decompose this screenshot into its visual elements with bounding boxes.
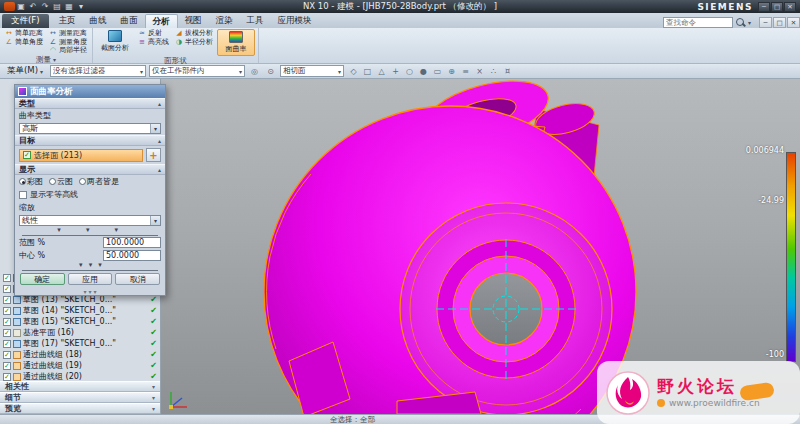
feature-checkbox[interactable]: ✓: [3, 318, 11, 326]
simple-angle-button[interactable]: ∠ 简单角度: [3, 38, 45, 47]
panel-details[interactable]: 细节▾: [0, 392, 160, 403]
ok-button[interactable]: 确定: [20, 273, 65, 285]
tab-view[interactable]: 视图: [178, 14, 209, 28]
slider-thumb-icon[interactable]: ▾: [114, 226, 118, 235]
feature-checkbox[interactable]: ✓: [3, 274, 11, 282]
slider-thumb-icon[interactable]: ▾: [57, 226, 61, 235]
dialog-resize-grip[interactable]: ▾ ▾ ▾: [15, 287, 165, 295]
curvature-type-dropdown[interactable]: 高斯 ▾: [19, 123, 161, 134]
slider-thumb-icon[interactable]: ▾: [98, 261, 102, 270]
section-display[interactable]: 显示 ▴: [15, 164, 165, 175]
feature-checkbox[interactable]: ✓: [3, 329, 11, 337]
draft-analysis-button[interactable]: ◢ 拔模分析: [173, 29, 215, 38]
dialog-title-bar[interactable]: 面曲率分析: [15, 85, 165, 98]
menu-button[interactable]: 菜单(M) ▾: [3, 65, 47, 78]
add-face-button[interactable]: +: [146, 148, 161, 162]
selection-bar-icon[interactable]: ×: [473, 65, 486, 77]
tree-row-sketch-14[interactable]: ✓草图 (14) "SKETCH_0..."✔: [0, 305, 160, 316]
panel-dependencies[interactable]: 相关性▾: [0, 381, 160, 392]
selection-bar-icon[interactable]: +: [389, 65, 402, 77]
find-command-input[interactable]: [663, 17, 733, 28]
save-icon[interactable]: ▣: [15, 1, 27, 12]
selection-scope-dropdown[interactable]: 仅在工作部件内 ▾: [149, 65, 245, 77]
feature-checkbox[interactable]: ✓: [3, 307, 11, 315]
tree-row-datum-plane-16[interactable]: ✓基准平面 (16)✔: [0, 327, 160, 338]
panel-preview[interactable]: 预览▾: [0, 403, 160, 414]
center-input[interactable]: [103, 250, 161, 261]
tree-row-through-curves-19[interactable]: ✓通过曲线组 (19)✔: [0, 360, 160, 371]
tab-tools[interactable]: 工具: [240, 14, 271, 28]
selection-bar-icon[interactable]: ○: [403, 65, 416, 77]
doc-minimize-button[interactable]: ─: [759, 17, 772, 28]
radio-both[interactable]: 两者皆是: [79, 176, 119, 187]
selection-filter-dropdown[interactable]: 没有选择过滤器 ▾: [50, 65, 146, 77]
face-rule-dropdown[interactable]: 相切面 ▾: [280, 65, 344, 77]
view-triad-icon[interactable]: [166, 386, 192, 412]
measure-distance-button[interactable]: ↔ 测量距离: [47, 29, 89, 38]
feature-checkbox[interactable]: ✓: [3, 351, 11, 359]
range-input[interactable]: [103, 237, 161, 248]
radio-color-map[interactable]: 彩图: [19, 176, 43, 187]
measure-angle-button[interactable]: ∠ 测量角度: [47, 38, 89, 47]
reflection-button[interactable]: ≈ 反射: [136, 29, 171, 38]
tab-file[interactable]: 文件(F): [2, 14, 49, 28]
radio-cloud-map[interactable]: 云图: [49, 176, 73, 187]
selection-bar-icon[interactable]: ◎: [248, 65, 261, 77]
tab-home[interactable]: 主页: [52, 14, 83, 28]
close-button[interactable]: ✕: [784, 2, 796, 12]
center-slider[interactable]: ▾ ▾ ▾: [22, 262, 158, 271]
simple-distance-button[interactable]: ↔ 简单距离: [3, 29, 45, 38]
selection-bar-icon[interactable]: ⊙: [264, 65, 277, 77]
tree-row-sketch-15[interactable]: ✓草图 (15) "SKETCH_0..."✔: [0, 316, 160, 327]
feature-checkbox[interactable]: ✓: [3, 373, 11, 381]
selection-bar-icon[interactable]: ▭: [431, 65, 444, 77]
selection-bar-icon[interactable]: ≡: [459, 65, 472, 77]
tab-application[interactable]: 应用模块: [271, 14, 319, 28]
window-menu-icon[interactable]: ▦: [63, 1, 75, 12]
highlight-lines-button[interactable]: ≡ 高亮线: [136, 38, 171, 47]
tab-surface[interactable]: 曲面: [114, 14, 145, 28]
section-type[interactable]: 类型 ▴: [15, 98, 165, 109]
section-target[interactable]: 目标 ▴: [15, 135, 165, 146]
selection-bar-icon[interactable]: △: [375, 65, 388, 77]
range-slider[interactable]: ▾ ▾ ▾: [22, 227, 158, 236]
selection-bar-icon[interactable]: ●: [417, 65, 430, 77]
slider-thumb-icon[interactable]: ▾: [79, 261, 83, 270]
quick-access-dropdown-icon[interactable]: ▾: [75, 1, 87, 12]
select-face-field[interactable]: ✓ 选择面 (213): [19, 149, 143, 162]
tree-row-through-curves-18[interactable]: ✓通过曲线组 (18)✔: [0, 349, 160, 360]
print-icon[interactable]: ▤: [51, 1, 63, 12]
doc-close-button[interactable]: ✕: [787, 17, 800, 28]
selection-bar-icon[interactable]: ¤: [501, 65, 514, 77]
search-icon[interactable]: [735, 17, 746, 28]
feature-checkbox[interactable]: ✓: [3, 362, 11, 370]
selection-bar-icon[interactable]: ∴: [487, 65, 500, 77]
feature-checkbox[interactable]: ✓: [3, 296, 11, 304]
find-dropdown-icon[interactable]: ▾: [748, 19, 751, 26]
tree-row-sketch-17[interactable]: ✓草图 (17) "SKETCH_0..."✔: [0, 338, 160, 349]
doc-restore-button[interactable]: □: [773, 17, 786, 28]
face-curvature-button[interactable]: 面曲率: [217, 29, 255, 56]
radius-analysis-button[interactable]: ◑ 半径分析: [173, 38, 215, 47]
local-radius-button[interactable]: ◠ 局部半径: [47, 46, 89, 55]
selection-bar-icon[interactable]: ⊕: [445, 65, 458, 77]
tab-curve[interactable]: 曲线: [83, 14, 114, 28]
minimize-button[interactable]: ─: [758, 2, 770, 12]
selection-bar-icon[interactable]: □: [361, 65, 374, 77]
tab-analysis[interactable]: 分析: [145, 14, 178, 28]
redo-icon[interactable]: ↷: [39, 1, 51, 12]
apply-button[interactable]: 应用: [68, 273, 113, 285]
maximize-button[interactable]: □: [771, 2, 783, 12]
group-label-measure[interactable]: 测量 ▾: [3, 55, 89, 65]
section-analysis-button[interactable]: 截面分析: [96, 29, 134, 54]
tab-render[interactable]: 渲染: [209, 14, 240, 28]
feature-checkbox[interactable]: ✓: [3, 285, 11, 293]
undo-icon[interactable]: ↶: [27, 1, 39, 12]
scale-type-dropdown[interactable]: 线性 ▾: [19, 215, 161, 226]
selection-bar-icon[interactable]: ◇: [347, 65, 360, 77]
slider-thumb-icon[interactable]: ▾: [86, 226, 90, 235]
feature-checkbox[interactable]: ✓: [3, 340, 11, 348]
zero-contour-option[interactable]: 显示零等高线: [15, 188, 165, 201]
slider-thumb-icon[interactable]: ▾: [89, 261, 93, 270]
cancel-button[interactable]: 取消: [115, 273, 160, 285]
